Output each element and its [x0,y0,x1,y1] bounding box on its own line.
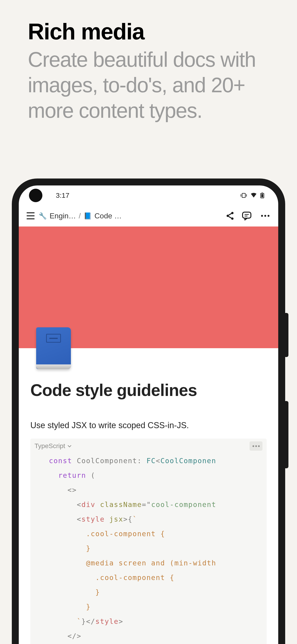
breadcrumb-current: Code … [94,212,122,220]
breadcrumb-parent: Engin… [49,212,76,220]
menu-icon[interactable] [25,210,36,222]
svg-rect-4 [262,193,263,193]
breadcrumb[interactable]: 🔧 Engin… / 📘 Code … [39,212,223,220]
promo-title: Rich media [28,18,269,45]
wrench-icon: 🔧 [39,212,47,220]
svg-rect-11 [243,212,251,218]
page-title[interactable]: Code style guidelines [30,381,267,400]
camera-hole [29,189,42,202]
page-cover[interactable] [19,226,278,348]
svg-point-7 [227,215,229,217]
language-label: TypeScript [34,442,65,450]
status-bar: 3:17 [19,186,278,205]
svg-line-10 [229,216,232,218]
svg-rect-0 [242,193,245,198]
phone-mockup: 3:17 [12,178,285,644]
code-content[interactable]: const CoolComponent: FC<CoolComponen ret… [30,454,267,644]
chevron-down-icon [67,445,72,448]
svg-line-9 [229,214,232,215]
vibrate-icon [240,193,247,198]
wifi-icon [251,193,257,198]
more-icon[interactable] [259,212,272,219]
promo-subtitle: Create beautiful docs with images, to-do… [28,47,269,123]
comment-icon[interactable] [242,211,252,221]
battery-icon [260,192,264,198]
nav-bar: 🔧 Engin… / 📘 Code … [19,205,278,226]
page-icon[interactable] [36,327,71,372]
code-more-icon[interactable] [250,442,263,451]
code-block: TypeScript const CoolComponent: FC<CoolC… [30,438,267,644]
svg-rect-5 [261,194,263,197]
phone-side-button [285,313,289,357]
language-selector[interactable]: TypeScript [34,442,72,450]
share-icon[interactable] [225,211,235,220]
breadcrumb-separator: / [79,212,81,220]
page-description[interactable]: Use styled JSX to write scoped CSS-in-JS… [30,420,267,430]
phone-side-button [285,401,289,468]
notebook-icon: 📘 [84,212,92,220]
status-time: 3:17 [56,192,69,199]
